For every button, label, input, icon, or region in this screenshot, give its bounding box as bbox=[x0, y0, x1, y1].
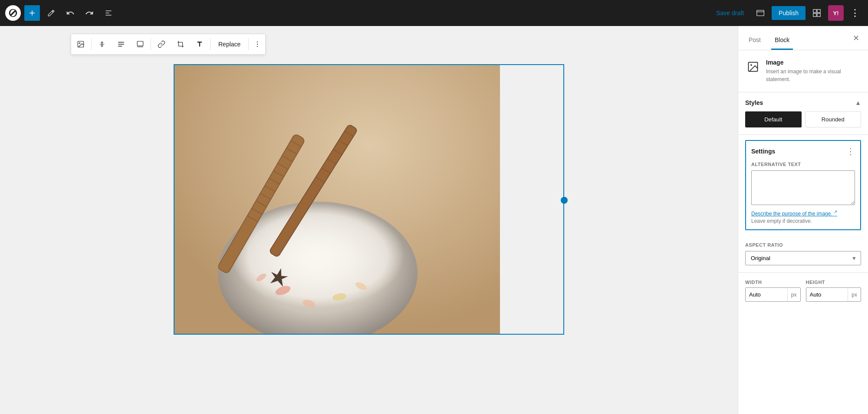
sidebar-content: Image Insert an image to make a visual s… bbox=[738, 50, 868, 414]
food-image bbox=[174, 65, 500, 334]
svg-rect-14 bbox=[118, 44, 124, 45]
svg-point-18 bbox=[257, 42, 258, 42]
block-inserter-button[interactable] bbox=[24, 5, 40, 21]
width-label: WIDTH bbox=[745, 280, 801, 285]
styles-section: Styles ▲ Default Rounded bbox=[738, 92, 868, 135]
topbar: Save draft Publish Y! ⋮ bbox=[0, 0, 868, 26]
width-input-wrap: px bbox=[745, 287, 801, 302]
align-text-btn[interactable] bbox=[112, 34, 131, 55]
replace-button[interactable]: Replace bbox=[211, 34, 247, 55]
document-overview-button[interactable] bbox=[101, 5, 116, 21]
svg-rect-10 bbox=[817, 13, 820, 16]
more-block-options-btn[interactable] bbox=[250, 34, 265, 55]
link-icon-btn[interactable] bbox=[152, 34, 171, 55]
styles-header[interactable]: Styles ▲ bbox=[745, 99, 861, 106]
svg-point-12 bbox=[79, 42, 80, 43]
dimensions-section: WIDTH px HEIGHT px bbox=[738, 273, 868, 305]
svg-rect-5 bbox=[757, 10, 764, 16]
svg-rect-9 bbox=[813, 13, 816, 16]
svg-rect-8 bbox=[817, 10, 820, 13]
preview-button[interactable] bbox=[753, 5, 768, 21]
yoast-button[interactable]: Y! bbox=[828, 5, 844, 21]
settings-section: Settings ⋮ ALTERNATIVE TEXT Describe the… bbox=[745, 140, 861, 230]
redo-button[interactable] bbox=[82, 5, 97, 21]
height-label: HEIGHT bbox=[806, 280, 861, 285]
sidebar-tabs: Post Block ✕ bbox=[738, 26, 868, 50]
image-icon-btn[interactable] bbox=[71, 34, 90, 55]
styles-chevron: ▲ bbox=[855, 99, 861, 106]
tab-post[interactable]: Post bbox=[745, 31, 764, 50]
settings-title: Settings bbox=[751, 148, 775, 155]
sidebar-close-button[interactable]: ✕ bbox=[851, 32, 861, 45]
more-options-button[interactable]: ⋮ bbox=[847, 5, 863, 21]
height-unit: px bbox=[848, 288, 861, 301]
block-info: Image Insert an image to make a visual s… bbox=[738, 50, 868, 92]
align-icon-btn[interactable] bbox=[92, 34, 112, 55]
block-icon bbox=[745, 59, 761, 75]
editor-area: Replace bbox=[0, 26, 738, 414]
block-toolbar: Replace bbox=[71, 34, 266, 55]
alt-text-label: ALTERNATIVE TEXT bbox=[751, 162, 855, 167]
image-block[interactable] bbox=[174, 64, 564, 335]
alt-text-link[interactable]: Describe the purpose of the image. ↗ bbox=[751, 209, 837, 217]
styles-title: Styles bbox=[745, 99, 763, 106]
alt-text-group: ALTERNATIVE TEXT Describe the purpose of… bbox=[751, 162, 855, 224]
image-block-container bbox=[174, 64, 564, 335]
aspect-ratio-label: ASPECT RATIO bbox=[745, 242, 861, 248]
tools-button[interactable] bbox=[43, 5, 59, 21]
block-editor-button[interactable] bbox=[809, 5, 825, 21]
svg-rect-16 bbox=[137, 41, 143, 46]
style-buttons: Default Rounded bbox=[745, 111, 861, 127]
height-input[interactable] bbox=[806, 288, 848, 301]
svg-rect-7 bbox=[813, 10, 816, 13]
aspect-ratio-select[interactable]: Original 1:1 4:3 3:2 16:9 bbox=[745, 251, 861, 265]
width-unit: px bbox=[787, 288, 800, 301]
svg-point-20 bbox=[257, 46, 258, 47]
aspect-ratio-section: ASPECT RATIO Original 1:1 4:3 3:2 16:9 ▼ bbox=[738, 235, 868, 273]
svg-point-53 bbox=[750, 64, 752, 66]
tab-block[interactable]: Block bbox=[771, 31, 793, 50]
publish-button[interactable]: Publish bbox=[772, 6, 806, 20]
main-layout: Replace bbox=[0, 0, 868, 414]
svg-rect-13 bbox=[118, 42, 124, 43]
dim-row: WIDTH px HEIGHT px bbox=[745, 280, 861, 302]
width-group: WIDTH px bbox=[745, 280, 801, 302]
block-description: Insert an image to make a visual stateme… bbox=[766, 68, 861, 83]
caption-icon-btn[interactable] bbox=[131, 34, 150, 55]
height-group: HEIGHT px bbox=[806, 280, 861, 302]
settings-header: Settings ⋮ bbox=[751, 146, 855, 156]
alt-text-hint: Leave empty if decorative. bbox=[751, 218, 855, 224]
settings-more-btn[interactable]: ⋮ bbox=[846, 146, 855, 156]
svg-point-19 bbox=[257, 44, 258, 45]
right-sidebar: Post Block ✕ Image Insert an image to ma… bbox=[738, 26, 868, 414]
block-title: Image bbox=[766, 59, 861, 66]
default-style-btn[interactable]: Default bbox=[745, 111, 802, 127]
width-input[interactable] bbox=[746, 288, 787, 301]
save-draft-button[interactable]: Save draft bbox=[711, 6, 749, 20]
rounded-style-btn[interactable]: Rounded bbox=[805, 111, 861, 127]
wp-logo[interactable] bbox=[5, 5, 21, 21]
undo-button[interactable] bbox=[62, 5, 78, 21]
resize-handle[interactable] bbox=[561, 197, 568, 204]
height-input-wrap: px bbox=[806, 287, 861, 302]
crop-icon-btn[interactable] bbox=[171, 34, 190, 55]
aspect-ratio-wrapper: Original 1:1 4:3 3:2 16:9 ▼ bbox=[745, 251, 861, 265]
alt-text-input[interactable] bbox=[751, 170, 855, 205]
block-info-text: Image Insert an image to make a visual s… bbox=[766, 59, 861, 83]
svg-rect-15 bbox=[118, 46, 122, 47]
text-icon-btn[interactable] bbox=[190, 34, 209, 55]
